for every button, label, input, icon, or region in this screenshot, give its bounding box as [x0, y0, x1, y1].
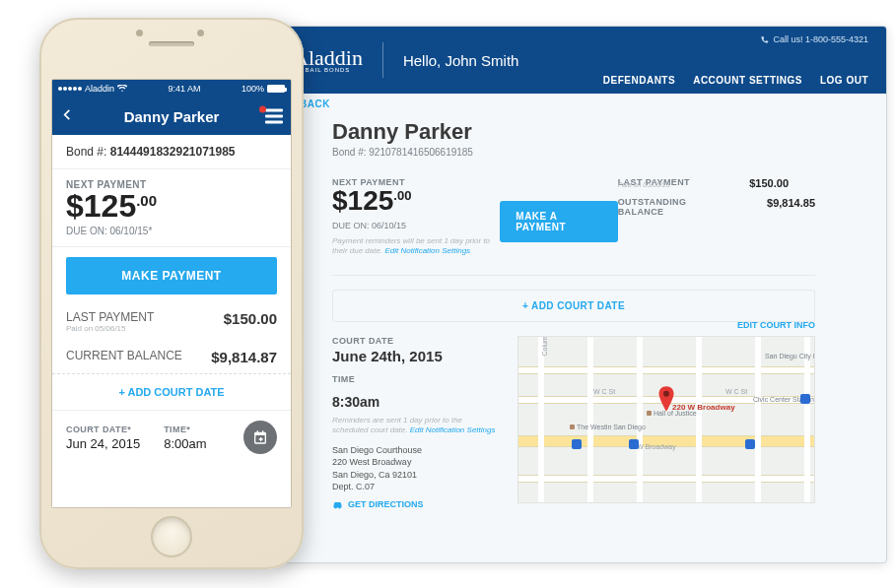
get-directions-text: GET DIRECTIONS [348, 499, 424, 509]
court-section: COURT DATE June 24th, 2015 TIME 8:30am R… [332, 336, 815, 509]
map[interactable]: Columbia St W C St W C St W Broadway Hal… [517, 336, 815, 503]
court-date-label: COURT DATE* [66, 425, 140, 434]
battery-icon [267, 85, 285, 93]
edit-notification-settings-link-2[interactable]: Edit Notification Settings [410, 425, 496, 434]
court-address-dept: Dept. C.07 [332, 481, 500, 493]
amount-whole: $125 [332, 187, 393, 215]
court-row: COURT DATE* Jun 24, 2015 TIME* 8:00am [52, 410, 291, 464]
add-to-calendar-button[interactable] [243, 421, 277, 454]
court-date-label: COURT DATE [332, 336, 500, 346]
map-metro-icon [745, 439, 755, 449]
next-payment-amount: $125 .00 [332, 187, 494, 215]
map-pin-label: 220 W Broadway [672, 403, 735, 412]
due-date: 06/10/15 [372, 221, 406, 230]
court-address-name: San Diego Courthouse [332, 444, 500, 457]
court-date-value: Jun 24, 2015 [66, 436, 140, 451]
phone-speaker [149, 41, 194, 46]
bond-number: 8144491832921071985 [110, 145, 236, 159]
map-street-columbia: Columbia St [541, 336, 548, 357]
current-balance-label: CURRENT BALANCE [66, 349, 182, 365]
status-bar: Aladdin 9:41 AM 100% [52, 80, 291, 98]
map-metro-icon [572, 439, 582, 449]
phone-camera [136, 30, 143, 36]
court-time-label: TIME [332, 374, 500, 384]
amount-cents: .00 [136, 193, 157, 208]
bond-label: Bond #: [66, 145, 106, 159]
next-payment-block: NEXT PAYMENT $125 .00 DUE ON: 06/10/15* [52, 169, 291, 247]
brand-logo-subtext: BAIL BONDS [306, 67, 351, 73]
map-metro-icon [629, 439, 639, 449]
amount-cents: .00 [393, 189, 411, 202]
phone-body: Bond #: 8144491832921071985 NEXT PAYMENT… [52, 135, 291, 507]
bond-number-line: Bond #: 9210781416506619185 [332, 147, 815, 158]
map-street-wc-1: W C St [593, 388, 615, 395]
due-line: DUE ON: 06/10/15* [66, 226, 277, 236]
nav-defendants[interactable]: DEFENDANTS [603, 75, 675, 86]
make-payment-button[interactable]: MAKE PAYMENT [66, 257, 277, 294]
svg-point-0 [663, 391, 669, 397]
bond-label: Bond #: [332, 147, 366, 158]
phone-screen: Aladdin 9:41 AM 100% Danny Parker Bond [51, 79, 292, 508]
phone-sensor [197, 30, 204, 36]
edit-court-info-link[interactable]: EDIT COURT INFO [737, 320, 815, 330]
court-date-value: June 24th, 2015 [332, 348, 500, 364]
court-time-col: TIME* 8:00am [164, 425, 206, 451]
call-us-text: Call us! 1-800-555-4321 [773, 34, 868, 44]
outstanding-balance-label: OUTSTANDING BALANCE [618, 197, 717, 217]
court-date-col: COURT DATE* Jun 24, 2015 [66, 425, 140, 451]
map-street-wc-2: W C St [725, 388, 747, 395]
menu-button[interactable] [265, 109, 283, 124]
back-button[interactable] [60, 108, 74, 125]
desktop-window: Aladdin BAIL BONDS Hello, John Smith Cal… [272, 26, 887, 563]
signal-dots-icon [58, 87, 82, 91]
phone-device: Aladdin 9:41 AM 100% Danny Parker Bond [39, 18, 304, 569]
add-court-date-button[interactable]: + ADD COURT DATE [332, 290, 815, 322]
due-line: DUE ON: 06/10/15 [332, 221, 494, 230]
phone-icon [760, 35, 769, 44]
wifi-icon [117, 85, 127, 93]
last-payment-label: LAST PAYMENT [66, 310, 154, 324]
amount-whole: $125 [66, 190, 136, 222]
desktop-body: Danny Parker Bond #: 9210781416506619185… [273, 94, 886, 529]
court-address: San Diego Courthouse 220 West Broadway S… [332, 444, 500, 493]
nav-account-settings[interactable]: ACCOUNT SETTINGS [693, 75, 802, 86]
carrier-text: Aladdin [85, 84, 114, 94]
court-time-value: 8:30am [332, 394, 500, 410]
due-label: DUE ON: [332, 221, 370, 230]
map-block: EDIT COURT INFO Columbia St W C St [517, 336, 815, 509]
bond-number-row: Bond #: 8144491832921071985 [52, 135, 291, 169]
back-text: BACK [300, 98, 330, 109]
top-nav: DEFENDANTS ACCOUNT SETTINGS LOG OUT [603, 75, 868, 86]
next-payment-amount: $125 .00 [66, 190, 277, 222]
car-icon [332, 499, 344, 509]
last-payment-row: LAST PAYMENT Paid on 05/06/15 $150.00 [52, 302, 291, 341]
map-street-broadway: W Broadway [637, 443, 676, 450]
nav-logout[interactable]: LOG OUT [820, 75, 868, 86]
balance-block: LAST PAYMENT Paid on 05/06/15 $150.00 OU… [618, 177, 815, 257]
map-poi-westin: The Westin San Diego [570, 424, 646, 430]
edit-notification-settings-link[interactable]: Edit Notification Settings [384, 246, 470, 255]
page-title: Danny Parker [124, 108, 220, 125]
phone-home-button[interactable] [151, 516, 192, 557]
last-payment-value: $150.00 [718, 177, 789, 189]
outstanding-balance-value: $9,814.85 [744, 197, 815, 217]
last-payment-paidon: Paid on 05/06/15 [66, 324, 154, 333]
bond-number: 9210781416506619185 [369, 147, 473, 158]
desktop-header: Aladdin BAIL BONDS Hello, John Smith Cal… [273, 27, 886, 94]
court-address-street: 220 West Broadway [332, 456, 500, 469]
reminder-fineprint: Payment reminders will be sent 1 day pri… [332, 236, 494, 257]
court-address-city: San Diego, Ca 92101 [332, 469, 500, 482]
call-us-link[interactable]: Call us! 1-800-555-4321 [760, 34, 868, 44]
get-directions-link[interactable]: GET DIRECTIONS [332, 499, 500, 509]
chevron-left-icon [60, 108, 74, 122]
divider [382, 42, 383, 78]
due-label: DUE ON: [66, 226, 107, 236]
add-court-date-button[interactable]: + ADD COURT DATE [52, 374, 291, 410]
court-reminder-fineprint: Reminders are sent 1 day prior to the sc… [332, 416, 500, 436]
payment-section: NEXT PAYMENT $125 .00 DUE ON: 06/10/15 P… [332, 177, 815, 276]
current-balance-value: $9,814.87 [211, 349, 277, 365]
court-time-label: TIME* [164, 425, 206, 434]
make-a-payment-button[interactable]: MAKE A PAYMENT [500, 201, 617, 242]
map-metro-icon [800, 394, 810, 404]
greeting-text: Hello, John Smith [403, 52, 519, 69]
